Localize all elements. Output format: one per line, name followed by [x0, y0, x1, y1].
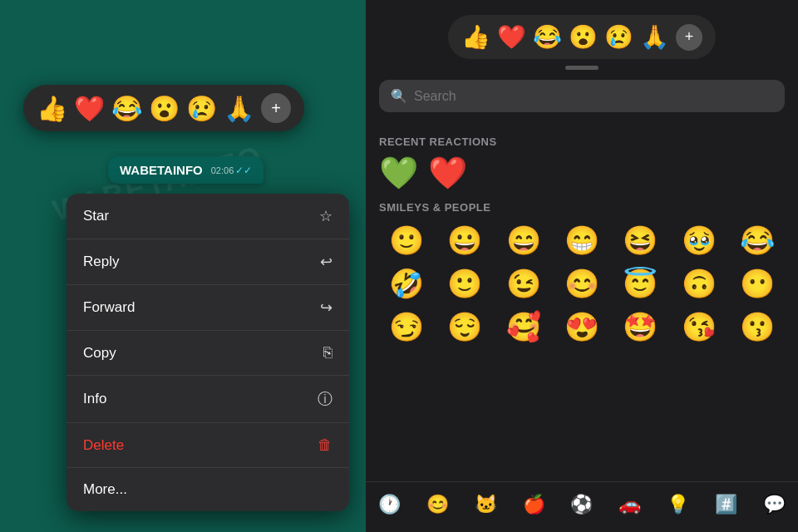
emoji-kissing-heart[interactable]: 😘 — [671, 307, 726, 347]
menu-item-forward[interactable]: Forward ↪ — [66, 285, 349, 331]
smileys-people-title: SMILEYS & PEOPLE — [379, 201, 785, 214]
tab-travel[interactable]: 🚗 — [612, 490, 648, 519]
emoji-reaction-bar-left: 👍 ❤️ 😂 😮 😢 🙏 + — [23, 85, 304, 131]
recent-reactions-title: RECENT REACTIONS — [379, 135, 785, 148]
tab-recent[interactable]: 🕐 — [372, 490, 407, 519]
message-sender: WABETAINFO — [120, 163, 203, 177]
emoji-search-bar: 🔍 — [379, 80, 785, 112]
emoji-picker-panel: 👍 ❤️ 😂 😮 😢 🙏 + 🔍 RECENT REACTIONS 💚 ❤️ S… — [366, 0, 798, 532]
emoji-smiling-eyes[interactable]: 😊 — [554, 264, 609, 303]
info-icon: ⓘ — [318, 389, 332, 409]
more-reactions-button[interactable]: + — [261, 93, 291, 123]
reaction-right-pray[interactable]: 🙏 — [640, 23, 669, 51]
star-icon: ☆ — [319, 207, 332, 225]
delete-icon: 🗑 — [318, 436, 332, 454]
context-menu: Star ☆ Reply ↩ Forward ↪ Copy ⎘ Info ⓘ D… — [66, 194, 349, 511]
more-reactions-button-right[interactable]: + — [676, 24, 702, 51]
menu-item-more[interactable]: More... — [66, 468, 349, 511]
reaction-right-heart[interactable]: ❤️ — [497, 23, 526, 51]
reaction-heart[interactable]: ❤️ — [74, 94, 105, 123]
message-bubble: WABETAINFO 02:06 ✓✓ — [108, 156, 264, 184]
emoji-no-mouth[interactable]: 😶 — [730, 264, 785, 303]
reaction-cry[interactable]: 😢 — [186, 94, 217, 123]
menu-item-copy[interactable]: Copy ⎘ — [66, 331, 349, 376]
emoji-smile[interactable]: 🙂 — [437, 264, 492, 303]
reaction-wow[interactable]: 😮 — [149, 94, 180, 123]
reaction-thumbsup[interactable]: 👍 — [37, 94, 67, 123]
tab-smileys[interactable]: 😊 — [420, 490, 456, 519]
emoji-smirking[interactable]: 😏 — [379, 307, 434, 347]
emoji-laughing[interactable]: 😂 — [730, 220, 785, 260]
emoji-smiling-hearts[interactable]: 🥰 — [496, 307, 551, 347]
reaction-right-laugh[interactable]: 😂 — [533, 23, 562, 51]
reaction-laugh[interactable]: 😂 — [111, 94, 142, 123]
menu-label-reply: Reply — [83, 254, 119, 270]
reaction-pray[interactable]: 🙏 — [224, 94, 254, 123]
emoji-innocent[interactable]: 😇 — [613, 264, 667, 303]
menu-label-info: Info — [83, 391, 106, 407]
menu-label-copy: Copy — [83, 345, 116, 362]
emoji-tab-bar: 🕐 😊 🐱 🍎 ⚽ 🚗 💡 #️⃣ 💬 — [366, 481, 798, 532]
menu-label-delete: Delete — [83, 437, 124, 454]
emoji-grinning-big[interactable]: 😄 — [496, 220, 551, 260]
recent-emoji-green-heart[interactable]: 💚 — [379, 155, 418, 191]
menu-label-more: More... — [83, 481, 127, 498]
tab-objects[interactable]: 💡 — [660, 490, 696, 519]
tab-symbols[interactable]: #️⃣ — [708, 490, 744, 519]
emoji-beaming[interactable]: 😁 — [554, 220, 609, 260]
menu-item-star[interactable]: Star ☆ — [66, 194, 349, 239]
read-ticks: ✓✓ — [235, 165, 252, 176]
tab-animals[interactable]: 🐱 — [468, 490, 504, 519]
emoji-kissing[interactable]: 😗 — [730, 307, 785, 347]
recent-reactions-row: 💚 ❤️ — [379, 155, 785, 191]
menu-item-delete[interactable]: Delete 🗑 — [66, 423, 349, 468]
emoji-rolling[interactable]: 🤣 — [379, 264, 434, 303]
drag-handle — [565, 66, 598, 70]
menu-label-forward: Forward — [83, 299, 135, 316]
emoji-relieved[interactable]: 😌 — [437, 307, 492, 347]
emoji-heart-eyes[interactable]: 😍 — [554, 307, 609, 347]
emoji-sections: RECENT REACTIONS 💚 ❤️ SMILEYS & PEOPLE 🙂… — [366, 119, 798, 481]
reaction-right-wow[interactable]: 😮 — [569, 23, 598, 51]
emoji-holding-back[interactable]: 🥹 — [671, 220, 726, 260]
recent-emoji-red-heart[interactable]: ❤️ — [428, 155, 467, 191]
tab-food[interactable]: 🍎 — [516, 490, 552, 519]
reaction-right-thumbsup[interactable]: 👍 — [461, 23, 490, 51]
tab-flags[interactable]: 💬 — [756, 490, 792, 519]
emoji-winking[interactable]: 😉 — [496, 264, 551, 303]
emoji-upside-down[interactable]: 🙃 — [671, 264, 726, 303]
emoji-slightly-smiling[interactable]: 🙂 — [379, 220, 434, 260]
menu-label-star: Star — [83, 208, 109, 224]
menu-item-reply[interactable]: Reply ↩ — [66, 239, 349, 285]
search-input[interactable] — [414, 89, 773, 104]
copy-icon: ⎘ — [323, 344, 332, 362]
menu-item-info[interactable]: Info ⓘ — [66, 376, 349, 423]
search-icon: 🔍 — [391, 88, 407, 104]
reaction-right-cry[interactable]: 😢 — [604, 23, 633, 51]
forward-icon: ↪ — [320, 298, 332, 317]
tab-activities[interactable]: ⚽ — [564, 490, 599, 519]
smileys-grid: 🙂 😀 😄 😁 😆 🥹 😂 🤣 🙂 😉 😊 😇 🙃 😶 😏 😌 🥰 😍 🤩 😘 … — [379, 220, 785, 347]
emoji-grinning[interactable]: 😀 — [437, 220, 492, 260]
emoji-star-struck[interactable]: 🤩 — [613, 307, 667, 347]
message-time: 02:06 ✓✓ — [211, 165, 253, 176]
emoji-squinting[interactable]: 😆 — [613, 220, 667, 260]
emoji-reaction-bar-right: 👍 ❤️ 😂 😮 😢 🙏 + — [448, 15, 716, 59]
reply-icon: ↩ — [320, 253, 332, 271]
